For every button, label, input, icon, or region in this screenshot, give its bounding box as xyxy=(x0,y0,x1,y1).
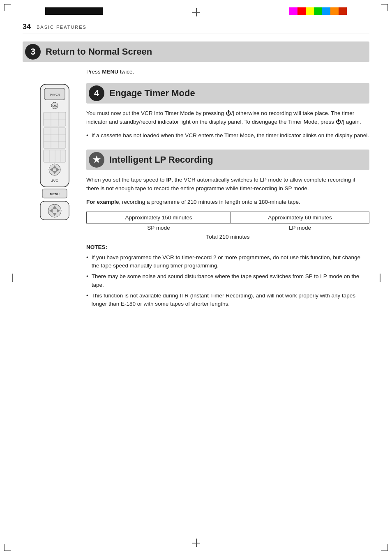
note-item-2: There may be some noise and sound distur… xyxy=(86,272,369,289)
registration-bar-left xyxy=(45,7,103,15)
table-cell-60min: Approximately 60 minutes xyxy=(231,212,369,223)
star-step-banner: ★ Intelligent LP Recording xyxy=(86,150,369,170)
svg-text:JVC: JVC xyxy=(51,179,58,183)
svg-text:MENU: MENU xyxy=(50,192,60,196)
star-para2: For example, recording a programme of 21… xyxy=(86,198,369,207)
right-column: Press MENU twice. 4 Engage Timer Mode Yo… xyxy=(86,68,369,313)
table-row-times: Approximately 150 minutes Approximately … xyxy=(87,212,369,223)
remote-illustration: TV/VCR OK xyxy=(32,80,77,220)
notes-list: If you have programmed the VCR to timer-… xyxy=(86,253,369,309)
table-cell-sp: SP mode xyxy=(87,223,231,232)
star-step-title: Intelligent LP Recording xyxy=(109,154,213,165)
registration-bar-right xyxy=(289,7,347,15)
table-cell-150min: Approximately 150 minutes xyxy=(87,212,231,223)
svg-text:TV/VCR: TV/VCR xyxy=(49,93,60,96)
crosshair-left-icon xyxy=(8,274,16,282)
lp-bold: lP xyxy=(166,177,171,183)
recording-table: Approximately 150 minutes Approximately … xyxy=(86,212,369,232)
svg-rect-9 xyxy=(44,128,66,148)
step3-menu-bold: MENU xyxy=(102,69,118,75)
step4-bullets: If a cassette has not loaded when the VC… xyxy=(86,131,369,140)
step4-bullet1: If a cassette has not loaded when the VC… xyxy=(86,131,369,140)
crosshair-bottom-icon xyxy=(192,539,200,547)
step3-title: Return to Normal Screen xyxy=(46,46,152,57)
section-label: BASIC FEATURES xyxy=(37,25,87,30)
page-header: 34 BASIC FEATURES xyxy=(23,23,369,34)
note-item-1: If you have programmed the VCR to timer-… xyxy=(86,253,369,270)
star-para1: When you set the tape speed to lP, the V… xyxy=(86,176,369,193)
left-column: TV/VCR OK xyxy=(23,68,86,313)
svg-text:OK: OK xyxy=(52,104,57,108)
remote-svg: TV/VCR OK xyxy=(32,80,77,220)
note-item-3: This function is not available during IT… xyxy=(86,292,369,309)
page-content: 34 BASIC FEATURES 3 Return to Normal Scr… xyxy=(23,23,369,532)
step4-para1: You must now put the VCR into Timer Mode… xyxy=(86,109,369,127)
step3-number: 3 xyxy=(25,44,41,60)
table-total: Total 210 minutes xyxy=(86,234,369,240)
notes-label: NOTES: xyxy=(86,244,369,250)
table-cell-lp: LP mode xyxy=(231,223,369,232)
table-row-modes: SP mode LP mode xyxy=(87,223,369,232)
step3-banner: 3 Return to Normal Screen xyxy=(23,41,369,62)
step3-text: Press MENU twice. xyxy=(86,68,369,76)
step4-number: 4 xyxy=(89,85,104,101)
crosshair-top-icon xyxy=(192,8,200,16)
svg-rect-14 xyxy=(44,150,66,162)
for-example-bold: For example xyxy=(86,199,119,205)
step4-banner: 4 Engage Timer Mode xyxy=(86,83,369,104)
step4-title: Engage Timer Mode xyxy=(109,88,195,99)
star-icon: ★ xyxy=(89,152,104,168)
page-number: 34 xyxy=(23,23,31,31)
crosshair-right-icon xyxy=(376,274,384,282)
